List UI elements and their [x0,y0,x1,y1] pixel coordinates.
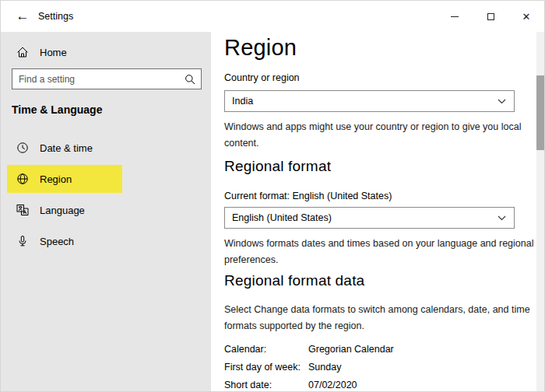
calendar-label: Calendar: [224,344,308,355]
table-row: Calendar: Gregorian Calendar [224,340,394,358]
maximize-icon [487,13,494,20]
sidebar-item-label: Date & time [40,142,93,154]
regional-format-heading: Regional format [224,158,331,175]
regional-format-description: Windows formats dates and times based on… [224,236,545,268]
vertical-scrollbar[interactable] [536,32,544,391]
sidebar-item-region[interactable]: Region [7,165,122,193]
home-icon [16,46,29,58]
sidebar-item-label: Speech [40,236,74,247]
short-date-value: 07/02/2020 [308,380,357,390]
microphone-icon [16,235,29,247]
country-description: Windows and apps might use your country … [224,119,545,152]
minimize-button[interactable] [437,1,473,32]
country-label: Country or region [224,72,300,83]
search-input[interactable] [12,69,179,89]
sidebar-item-label: Language [40,205,85,216]
chevron-down-icon [498,215,506,221]
regional-format-dropdown[interactable]: English (United States) [224,207,515,229]
regional-format-data-description: Select Change data formats to switch amo… [224,302,545,334]
window-controls: ✕ [437,1,544,32]
sidebar-item-label: Home [40,47,67,58]
scrollbar-thumb[interactable] [536,75,544,150]
first-day-label: First day of week: [224,362,308,373]
language-icon [16,204,29,216]
regional-format-dropdown-value: English (United States) [232,212,332,223]
table-row: First day of week: Sunday [224,358,394,376]
clock-icon [16,142,29,154]
minimize-icon [451,16,459,17]
table-row: Short date: 07/02/2020 [224,376,394,392]
sidebar-item-date-time[interactable]: Date & time [1,134,211,162]
titlebar: ← Settings ✕ [1,1,544,32]
calendar-value: Gregorian Calendar [308,344,394,355]
format-data-table: Calendar: Gregorian Calendar First day o… [224,340,394,392]
search-box[interactable] [12,68,202,89]
regional-format-data-heading: Regional format data [224,272,364,289]
back-button[interactable]: ← [7,1,38,32]
close-button[interactable]: ✕ [508,1,544,32]
window-title: Settings [38,1,73,32]
sidebar-item-speech[interactable]: Speech [1,227,211,255]
maximize-button[interactable] [473,1,508,32]
chevron-down-icon [498,99,506,104]
settings-window: ← Settings ✕ Home [0,0,545,392]
close-icon: ✕ [522,12,531,22]
first-day-value: Sunday [308,362,341,373]
page-title: Region [224,35,297,61]
country-dropdown[interactable]: India [224,90,515,112]
sidebar-item-label: Region [40,173,72,185]
search-icon[interactable] [179,69,201,89]
short-date-label: Short date: [224,380,308,390]
sidebar-item-language[interactable]: Language [1,196,211,224]
current-format-label: Current format: English (United States) [224,191,392,201]
region-settings-page: Region Country or region India Windows a… [211,32,536,391]
globe-icon [16,173,29,185]
country-dropdown-value: India [232,96,253,107]
sidebar-section-title: Time & Language [12,103,102,116]
back-arrow-icon: ← [16,9,30,24]
sidebar-item-home[interactable]: Home [1,38,211,66]
sidebar: Home Time & Language Date & time [1,32,211,391]
